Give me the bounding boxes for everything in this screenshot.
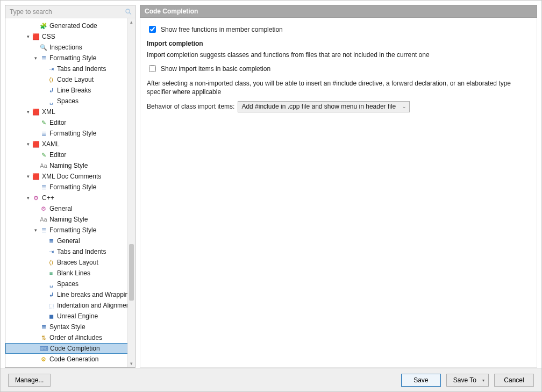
tree-item-icon: ◼ [47, 312, 55, 320]
show-free-functions-checkbox[interactable]: Show free functions in member completion [147, 24, 530, 34]
tree-item-icon: 🧩 [39, 22, 48, 30]
tree-item[interactable]: ▸⟨⟩Code Layout [5, 74, 135, 85]
chevron-down-icon[interactable]: ▾ [25, 193, 31, 203]
tree-item-label: Code Layout [57, 74, 94, 85]
tree-item-label: Braces Layout [57, 257, 98, 268]
checkbox-label: Show free functions in member completion [161, 26, 283, 33]
tree-item[interactable]: ▾🟥CSS [5, 31, 135, 42]
tree-item[interactable]: ▸↲Line Breaks [5, 85, 135, 96]
tree-item[interactable]: ▸⇥Tabs and Indents [5, 246, 135, 257]
tree-item-icon: ✎ [39, 118, 48, 127]
tree-item-icon: ≣ [39, 226, 48, 234]
tree-item-icon: ✎ [39, 151, 48, 159]
tree-item-icon: ≣ [47, 237, 55, 245]
after-select-description: After selecting a non-imported class, yo… [147, 79, 530, 96]
tree-item-icon: ≣ [39, 323, 48, 331]
tree-item[interactable]: ▸⬚Indentation and Alignment [5, 300, 135, 311]
behavior-dropdown[interactable]: Add #include in .cpp file and show menu … [238, 101, 410, 112]
tree-item-icon: ≣ [39, 183, 48, 191]
tree-item-label: Code Generation [49, 354, 98, 365]
save-to-button[interactable]: Save To ▾ [446, 374, 489, 387]
tree-item[interactable]: ▸AaNaming Style [5, 160, 135, 171]
tree-item-icon: 🔍 [39, 43, 48, 52]
tree-item-label: Blank Lines [57, 268, 90, 279]
show-import-items-checkbox[interactable]: Show import items in basic completion [147, 63, 530, 74]
tree-item[interactable]: ▸↲Line breaks and Wrapping [5, 289, 135, 300]
tree-item-icon: ⚙ [32, 194, 40, 202]
chevron-down-icon[interactable]: ▾ [32, 53, 39, 63]
dropdown-label: Behavior of class import items: [147, 103, 234, 110]
tree-item-icon: Aa [39, 215, 48, 224]
tree-item[interactable]: ▸⌨Code Completion [5, 343, 135, 354]
tree-item[interactable]: ▸✎Editor [5, 149, 135, 160]
tree-item[interactable]: ▸␣Spaces [5, 96, 135, 106]
tree-item-icon: ⇅ [39, 333, 48, 342]
tree-item-icon: ≣ [39, 129, 48, 138]
tree-item-label: Syntax Style [49, 322, 85, 332]
tree-item[interactable]: ▸␣Spaces [5, 279, 135, 289]
search-input[interactable] [9, 8, 124, 16]
tree-item[interactable]: ▸≣General [5, 236, 135, 246]
tree-item[interactable]: ▾⚙C++ [5, 193, 135, 203]
tree-item-label: Unreal Engine [57, 311, 98, 322]
tree-item-icon: ⟨⟩ [47, 75, 55, 84]
tree-item[interactable]: ▸⇅Order of #includes [5, 332, 135, 343]
tree-item-label: Formatting Style [49, 128, 96, 139]
tree-item[interactable]: ▾≣Formatting Style [5, 53, 135, 63]
settings-sidebar: ▸🧩Generated Code▾🟥CSS▸🔍Inspections▾≣Form… [5, 5, 136, 368]
tree-item[interactable]: ▾🟥XAML [5, 139, 135, 149]
tree-item-icon: ≡ [47, 269, 55, 277]
content-pane: Code Completion Show free functions in m… [140, 5, 537, 368]
tree-item-label: Editor [49, 149, 66, 160]
search-icon[interactable] [124, 8, 133, 16]
chevron-down-icon[interactable]: ▾ [25, 171, 31, 182]
scroll-thumb[interactable] [129, 244, 134, 301]
chevron-down-icon[interactable]: ▾ [25, 139, 31, 149]
tree-item-label: Line breaks and Wrapping [57, 289, 132, 300]
dropdown-value: Add #include in .cpp file and show menu … [241, 103, 396, 110]
tree-item[interactable]: ▾≣Formatting Style [5, 225, 135, 236]
section-import-completion: Import completion [147, 40, 530, 47]
tree-item[interactable]: ▸🔍Inspections [5, 42, 135, 53]
dialog-footer: Manage... Save Save To ▾ Cancel [1, 368, 541, 391]
chevron-down-icon[interactable]: ▾ [25, 106, 31, 117]
scroll-up-icon[interactable]: ▴ [128, 18, 135, 26]
cancel-button[interactable]: Cancel [494, 374, 534, 387]
tree-item[interactable]: ▸≣Formatting Style [5, 182, 135, 193]
tree-item[interactable]: ▾🟥XML [5, 106, 135, 117]
tree-item[interactable]: ▸⚙General [5, 203, 135, 214]
vertical-scrollbar[interactable]: ▴ ▾ [127, 18, 135, 367]
tree-item-label: Formatting Style [49, 225, 96, 236]
tree-item[interactable]: ▸AaNaming Style [5, 214, 135, 225]
settings-tree[interactable]: ▸🧩Generated Code▾🟥CSS▸🔍Inspections▾≣Form… [5, 18, 135, 367]
tree-item[interactable]: ▸⇥Tabs and Indents [5, 63, 135, 74]
tree-item-icon: ␣ [47, 97, 55, 105]
tree-item-label: Tabs and Indents [57, 246, 106, 257]
checkbox-input[interactable] [149, 26, 156, 33]
chevron-down-icon[interactable]: ▾ [32, 225, 39, 236]
tree-item[interactable]: ▸⚙Code Generation [5, 354, 135, 365]
tree-item[interactable]: ▸≣Syntax Style [5, 322, 135, 332]
tree-item[interactable]: ▾🟥XML Doc Comments [5, 171, 135, 182]
tree-item[interactable]: ▸◼Unreal Engine [5, 311, 135, 322]
chevron-down-icon[interactable]: ▾ [25, 31, 31, 42]
tree-item[interactable]: ▸🧩Generated Code [5, 20, 135, 31]
tree-item-icon: ⌨ [40, 344, 48, 353]
tree-item[interactable]: ▸≡Blank Lines [5, 268, 135, 279]
tree-item[interactable]: ▸✎Editor [5, 117, 135, 128]
tree-item-label: Code Completion [50, 343, 100, 354]
tree-item-icon: ⇥ [47, 247, 55, 256]
save-to-label: Save To [453, 376, 476, 384]
checkbox-input[interactable] [149, 65, 156, 72]
scroll-down-icon[interactable]: ▾ [128, 360, 135, 367]
tree-item-icon: 🟥 [32, 172, 40, 181]
manage-button[interactable]: Manage... [8, 374, 51, 387]
tree-item-label: XAML [42, 139, 60, 149]
tree-item[interactable]: ▸⟨⟩Braces Layout [5, 257, 135, 268]
tree-item[interactable]: ▸≣Formatting Style [5, 128, 135, 139]
chevron-down-icon: ⌄ [402, 104, 406, 109]
chevron-down-icon: ▾ [482, 377, 484, 382]
tree-item-icon: ↲ [47, 86, 55, 95]
svg-line-1 [130, 12, 131, 14]
save-button[interactable]: Save [401, 374, 441, 387]
